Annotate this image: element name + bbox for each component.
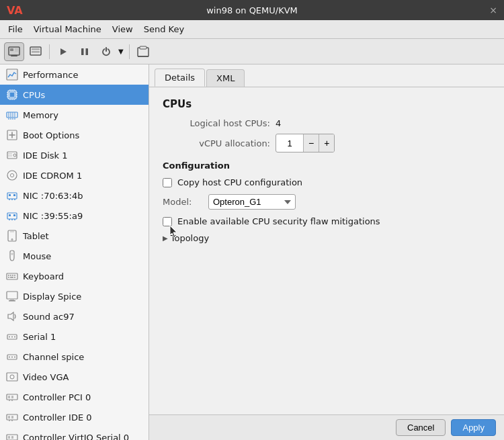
boot-options-icon [5,128,19,142]
sidebar-item-controller-pci-0[interactable]: Controller PCI 0 [0,387,149,407]
svg-point-80 [11,357,13,358]
mouse-icon [5,249,19,263]
sidebar-label-serial-1: Serial 1 [23,332,56,342]
svg-rect-10 [86,48,89,55]
keyboard-icon [5,269,19,283]
sidebar-item-performance[interactable]: Performance [0,64,149,85]
sidebar-item-tablet[interactable]: Tablet [0,226,149,246]
svg-rect-65 [12,275,13,276]
sidebar-item-cpus[interactable]: CPUs [0,85,149,105]
sound-ac97-icon [5,310,19,323]
menu-view[interactable]: View [107,22,138,36]
svg-point-75 [9,337,10,338]
logical-host-cpus-value: 4 [276,118,281,128]
svg-rect-39 [7,152,17,159]
apply-button[interactable]: Apply [451,419,496,436]
sidebar-item-boot-options[interactable]: Boot Options [0,125,149,145]
ide-disk-icon [5,148,19,162]
vcpu-plus-button[interactable]: + [319,134,334,152]
sidebar-item-memory[interactable]: Memory [0,105,149,125]
power-dropdown-arrow[interactable]: ▼ [116,45,126,58]
sidebar-item-serial-1[interactable]: Serial 1 [0,326,149,347]
svg-rect-62 [7,273,17,279]
topology-row[interactable]: ▶ Topology [163,233,491,243]
logical-host-cpus-row: Logical host CPUs: 4 [163,118,491,128]
tab-bar: Details XML [149,64,504,87]
app-logo: VA [7,4,23,17]
svg-point-58 [11,239,13,240]
svg-rect-91 [11,416,13,419]
menu-send-key[interactable]: Send Key [138,22,190,36]
menu-file[interactable]: File [3,22,28,36]
svg-rect-12 [140,46,146,49]
play-button[interactable] [53,42,73,61]
sidebar-label-tablet: Tablet [23,231,49,241]
svg-rect-4 [15,50,18,52]
vcpu-value-input[interactable] [276,136,303,150]
tablet-icon [5,229,19,243]
close-button[interactable]: × [489,5,497,15]
svg-point-76 [11,337,13,338]
vm-list-button[interactable] [26,42,46,61]
sidebar-item-display-spice[interactable]: Display Spice [0,286,149,306]
model-row: Model: Opteron_G1 Opteron_G2 Opteron_G3 … [163,194,491,210]
sidebar-label-memory: Memory [23,110,58,120]
sidebar-item-mouse[interactable]: Mouse [0,246,149,266]
svg-rect-69 [14,277,15,278]
performance-icon [5,68,19,81]
sidebar-item-keyboard[interactable]: Keyboard [0,266,149,286]
video-vga-icon [5,370,19,384]
svg-marker-73 [8,312,13,320]
toolbar-separator-1 [49,44,50,59]
pause-button[interactable] [75,42,95,61]
svg-rect-68 [10,277,13,278]
svg-point-44 [11,174,14,177]
sidebar-item-sound-ac97[interactable]: Sound ac97 [0,306,149,326]
svg-rect-64 [10,275,11,276]
sidebar-item-channel-spice[interactable]: Channel spice [0,347,149,367]
sidebar-item-ide-cdrom-1[interactable]: IDE CDROM 1 [0,165,149,185]
svg-point-79 [9,357,10,358]
sidebar-item-nic-70[interactable]: NIC :70:63:4b [0,185,149,206]
tab-details[interactable]: Details [155,69,205,87]
svg-rect-56 [13,214,15,216]
svg-rect-63 [8,275,9,276]
vcpu-row: vCPU allocation: − + [163,134,491,152]
vcpu-spinbox[interactable]: − + [276,134,335,152]
sidebar-item-nic-39[interactable]: NIC :39:55:a9 [0,206,149,226]
model-label: Model: [163,197,203,207]
svg-point-83 [10,375,14,379]
menu-virtual-machine[interactable]: Virtual Machine [28,22,107,36]
svg-rect-72 [9,300,15,302]
svg-rect-16 [9,92,15,97]
svg-rect-67 [8,277,9,278]
controller-virtio-serial-0-icon [5,431,19,440]
svg-rect-86 [11,396,13,398]
config-title: Configuration [163,161,491,171]
topology-label: Topology [171,233,209,243]
svg-rect-96 [11,436,13,439]
copy-host-cpu-checkbox[interactable] [163,178,172,187]
cancel-button[interactable]: Cancel [396,419,446,436]
sidebar-item-ide-disk-1[interactable]: IDE Disk 1 [0,145,149,165]
ide-cdrom-icon [5,169,19,182]
tab-xml[interactable]: XML [206,69,245,87]
serial-1-icon [5,330,19,343]
snapshot-button[interactable] [133,42,153,61]
vm-details-button[interactable] [4,42,24,61]
svg-rect-9 [81,48,84,55]
model-select[interactable]: Opteron_G1 Opteron_G2 Opteron_G3 host-mo… [208,194,296,210]
sidebar-item-video-vga[interactable]: Video VGA [0,367,149,387]
sidebar-label-controller-virtio-serial-0: Controller VirtIO Serial 0 [23,433,129,441]
sidebar-item-controller-virtio-serial-0[interactable]: Controller VirtIO Serial 0 [0,427,149,440]
security-checkbox[interactable] [163,217,172,226]
power-button[interactable] [96,42,116,61]
security-label[interactable]: Enable available CPU security flaw mitig… [177,216,380,226]
power-dropdown[interactable]: ▼ [96,42,126,61]
svg-marker-8 [60,48,67,55]
vcpu-minus-button[interactable]: − [303,134,319,152]
copy-host-cpu-label[interactable]: Copy host CPU configuration [177,177,302,187]
display-spice-icon [5,290,19,303]
sidebar-item-controller-ide-0[interactable]: Controller IDE 0 [0,407,149,427]
sidebar-label-display-spice: Display Spice [23,292,81,302]
